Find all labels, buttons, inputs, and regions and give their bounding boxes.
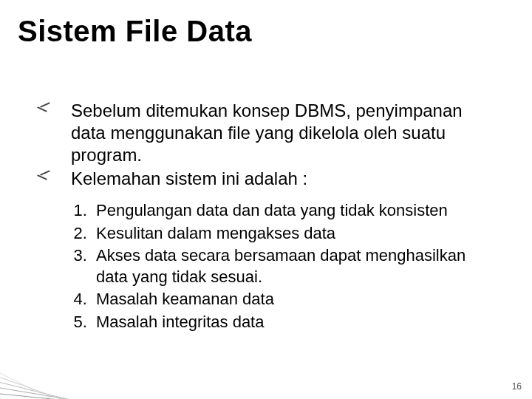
slide-body: Sebelum ditemukan konsep DBMS, penyimpan… <box>37 100 495 335</box>
svg-line-3 <box>0 392 126 399</box>
numbered-item: Akses data secara bersamaan dapat mengha… <box>92 245 495 287</box>
bullet-item: Kelemahan sistem ini adalah : <box>37 168 495 190</box>
page-number: 16 <box>512 381 522 392</box>
svg-marker-0 <box>0 362 155 399</box>
numbered-item: Masalah integritas data <box>92 312 495 333</box>
slide: Sistem File Data Sebelum ditemukan konse… <box>0 0 532 399</box>
svg-line-6 <box>0 369 81 399</box>
bullet-item: Sebelum ditemukan konsep DBMS, penyimpan… <box>37 100 495 166</box>
numbered-item: Kesulitan dalam mengakses data <box>92 223 495 245</box>
svg-line-5 <box>0 377 96 399</box>
bullet-list: Sebelum ditemukan konsep DBMS, penyimpan… <box>37 100 495 190</box>
slide-title: Sistem File Data <box>18 15 252 47</box>
svg-line-4 <box>0 384 111 399</box>
numbered-item: Masalah keamanan data <box>92 289 495 310</box>
svg-line-7 <box>0 362 66 399</box>
numbered-list: Pengulangan data dan data yang tidak kon… <box>71 200 495 333</box>
numbered-item: Pengulangan data dan data yang tidak kon… <box>92 200 495 222</box>
